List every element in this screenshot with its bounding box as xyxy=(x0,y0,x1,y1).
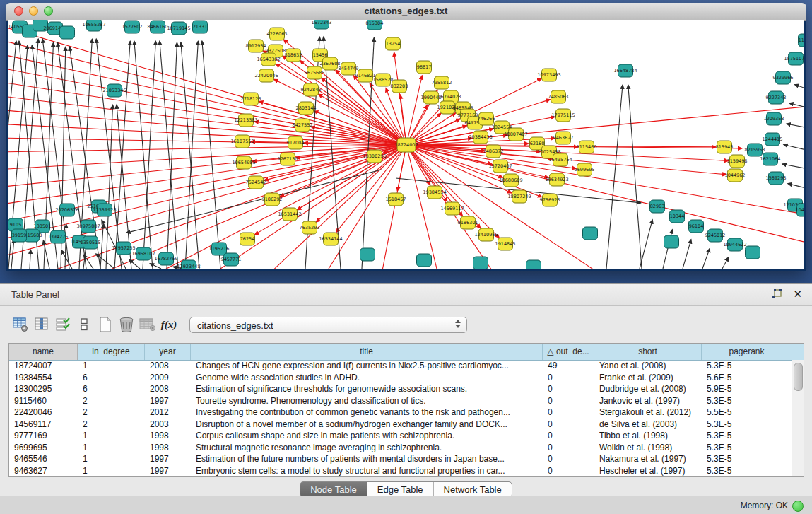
network-canvas[interactable]: 1872400742260638912954932750881863215456… xyxy=(8,20,804,269)
table-cell: 0 xyxy=(543,383,594,395)
table-cell: 5.5E-5 xyxy=(702,407,792,419)
graph-edge[interactable] xyxy=(134,41,153,269)
citation-network-graph[interactable]: 1872400742260638912954932750881863215456… xyxy=(8,20,804,269)
graph-node-label: 9329966 xyxy=(773,75,794,81)
graph-edge[interactable] xyxy=(114,41,130,269)
tab-node-table[interactable]: Node Table xyxy=(300,482,367,497)
column-header-out-degree[interactable]: △ out_de... xyxy=(543,344,594,360)
graph-node[interactable] xyxy=(526,260,541,269)
graph-edge[interactable] xyxy=(30,250,30,269)
graph-node-label: 21053346 xyxy=(102,88,126,93)
table-cell: 0 xyxy=(543,430,594,442)
graph-edge[interactable] xyxy=(406,76,422,145)
table-cell: 2008 xyxy=(145,360,191,372)
graph-edge[interactable] xyxy=(318,94,406,145)
function-builder-icon[interactable]: f(x) xyxy=(158,315,180,334)
graph-node[interactable] xyxy=(473,257,488,269)
graph-edge[interactable] xyxy=(640,220,652,269)
table-row[interactable]: 946362711997Embryonic stem cells: a mode… xyxy=(9,465,792,477)
column-header-title[interactable]: title xyxy=(191,344,543,360)
row-height-icon[interactable] xyxy=(73,315,95,334)
table-mode-icon[interactable] xyxy=(10,315,31,334)
graph-edge[interactable] xyxy=(8,39,406,145)
graph-edge[interactable] xyxy=(787,124,804,129)
graph-edge[interactable] xyxy=(96,254,114,269)
window-titlebar[interactable]: citations_edges.txt xyxy=(6,3,806,21)
graph-edge[interactable] xyxy=(181,42,199,269)
column-select-icon[interactable] xyxy=(31,315,52,334)
graph-edge[interactable] xyxy=(606,85,623,269)
table-selector-dropdown[interactable]: citations_edges.txt xyxy=(189,317,467,333)
column-header-short[interactable]: short xyxy=(594,344,702,360)
table-cell: 9465546 xyxy=(9,453,78,465)
tab-network-table[interactable]: Network Table xyxy=(434,482,512,497)
table-row[interactable]: 977716911998Corpus callosum shape and si… xyxy=(9,430,792,442)
graph-edge[interactable] xyxy=(129,259,140,269)
delete-table-icon[interactable] xyxy=(137,315,158,334)
graph-node[interactable] xyxy=(60,26,75,39)
graph-edge[interactable] xyxy=(722,257,729,269)
table-cell: 1998 xyxy=(145,442,191,454)
float-panel-icon[interactable] xyxy=(772,289,783,300)
graph-node[interactable] xyxy=(360,248,375,261)
table-cell: 19384554 xyxy=(9,372,78,384)
column-header-in-degree[interactable]: in_degree xyxy=(78,344,145,360)
table-cell: Disruption of a novel member of a sodium… xyxy=(191,419,543,431)
graph-edge[interactable] xyxy=(788,184,804,189)
table-scrollbar[interactable] xyxy=(792,360,804,476)
table-cell: 22420046 xyxy=(9,407,78,419)
table-cell: 0 xyxy=(543,395,594,407)
table-cell: 5.3E-5 xyxy=(702,430,792,442)
table-row[interactable]: 911546021997Tourette syndrome. Phenomeno… xyxy=(9,395,792,407)
table-row[interactable]: 1830029562008Estimation of significance … xyxy=(9,383,792,395)
graph-edge[interactable] xyxy=(8,145,406,240)
graph-edge[interactable] xyxy=(406,145,438,269)
graph-node-label: 9227343 xyxy=(766,95,787,100)
graph-node[interactable] xyxy=(583,227,598,240)
table-cell: 9115460 xyxy=(9,395,78,407)
column-header-pagerank[interactable]: pagerank xyxy=(702,344,792,360)
table-body: 1872400712008Changes of HCN gene express… xyxy=(9,360,792,476)
table-scrollbar-thumb[interactable] xyxy=(794,363,803,391)
table-cell: 2008 xyxy=(145,383,191,395)
graph-node-label: 15751074 xyxy=(784,56,804,62)
close-panel-icon[interactable]: ✕ xyxy=(793,288,802,300)
table-row[interactable]: 2242004622012Investigating the contribut… xyxy=(9,407,792,419)
row-check-icon[interactable] xyxy=(52,315,73,334)
graph-edge[interactable] xyxy=(202,41,220,269)
graph-edge[interactable] xyxy=(782,164,804,170)
graph-edge[interactable] xyxy=(100,224,103,269)
table-row[interactable]: 1938455462009Genome-wide association stu… xyxy=(9,372,792,384)
graph-node[interactable] xyxy=(664,235,679,248)
table-cell: 0 xyxy=(543,442,594,454)
tab-edge-table[interactable]: Edge Table xyxy=(367,482,434,497)
graph-node-label: 7524542 xyxy=(246,180,266,185)
table-row[interactable]: 1456911722003Disruption of a novel membe… xyxy=(9,419,792,431)
graph-node-label: 12410955 xyxy=(474,232,498,238)
table-row[interactable]: 969969511998Structural magnetic resonanc… xyxy=(9,442,792,454)
column-header-year[interactable]: year xyxy=(145,344,191,360)
node-table: name in_degree year title △ out_de... sh… xyxy=(8,343,804,477)
graph-node-label: 1195216 xyxy=(209,246,230,252)
table-row[interactable]: 1872400712008Changes of HCN gene express… xyxy=(9,360,792,372)
table-row[interactable]: 946554611997Estimation of the future num… xyxy=(9,453,792,465)
graph-edge[interactable] xyxy=(683,240,691,269)
table-toolbar: f(x) citations_edges.txt xyxy=(10,312,802,337)
graph-node-label: 1527602 xyxy=(122,24,143,30)
new-column-icon[interactable] xyxy=(95,315,116,334)
table-cell: 2 xyxy=(78,395,145,407)
column-header-name[interactable]: name xyxy=(9,344,78,360)
graph-edge[interactable] xyxy=(794,85,804,90)
graph-node[interactable] xyxy=(746,246,760,259)
table-cell: 1 xyxy=(78,453,145,465)
table-cell: 1997 xyxy=(145,465,191,477)
graph-node[interactable] xyxy=(417,254,432,267)
graph-edge[interactable] xyxy=(784,145,804,151)
graph-edge[interactable] xyxy=(628,85,642,269)
graph-node-label: 815304 xyxy=(366,21,384,26)
table-cell: 5.3E-5 xyxy=(702,419,792,431)
graph-edge[interactable] xyxy=(702,248,710,269)
delete-column-icon[interactable] xyxy=(116,315,137,334)
table-cell: Wolkin et al. (1998) xyxy=(594,442,702,454)
network-window: citations_edges.txt 18724007422606389129… xyxy=(6,3,806,271)
